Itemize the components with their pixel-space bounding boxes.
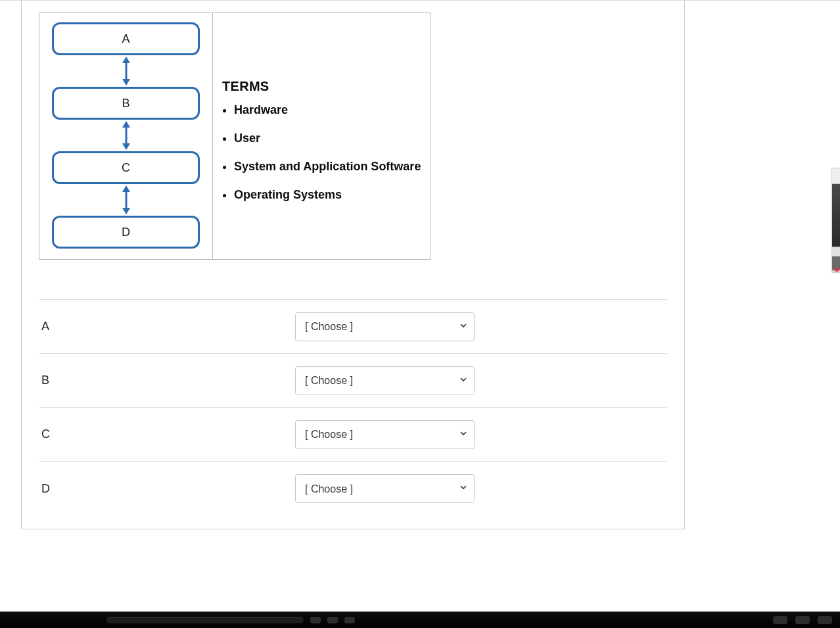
taskbar-icon[interactable] xyxy=(310,617,321,623)
svg-marker-2 xyxy=(122,79,130,85)
double-arrow-icon xyxy=(119,55,133,87)
taskbar-badge[interactable] xyxy=(795,616,810,624)
preview-slice xyxy=(832,168,840,183)
taskbar-icon[interactable] xyxy=(344,617,355,623)
svg-marker-8 xyxy=(122,208,130,214)
match-row: C [ Choose ] xyxy=(39,408,667,462)
svg-marker-4 xyxy=(122,121,130,128)
match-select-b[interactable]: [ Choose ] xyxy=(295,366,475,395)
match-label-d: D xyxy=(39,482,295,496)
right-edge-preview xyxy=(831,168,840,273)
match-row: B [ Choose ] xyxy=(39,354,667,408)
terms-heading: TERMS xyxy=(222,79,423,94)
match-label-b: B xyxy=(39,374,295,387)
question-body: A B xyxy=(22,1,684,516)
taskbar-badge[interactable] xyxy=(818,616,832,624)
preview-slice xyxy=(832,183,840,247)
quiz-page: A B xyxy=(0,0,840,628)
match-select-wrap: [ Choose ] xyxy=(295,312,475,341)
double-arrow-icon xyxy=(119,120,133,151)
taskbar xyxy=(0,612,840,628)
terms-list: Hardware User System and Application Sof… xyxy=(222,103,423,202)
svg-marker-1 xyxy=(122,57,130,63)
taskbar-center xyxy=(106,617,355,623)
match-region: A [ Choose ] B [ Choose ] xyxy=(39,299,667,516)
diagram-box-d: D xyxy=(52,216,200,249)
taskbar-right xyxy=(773,616,832,624)
figure-table: A B xyxy=(39,12,431,260)
terms-item: User xyxy=(234,132,423,145)
terms-item: Operating Systems xyxy=(234,188,423,202)
match-select-d[interactable]: [ Choose ] xyxy=(295,474,475,503)
taskbar-badge[interactable] xyxy=(773,616,787,624)
diagram-box-label: A xyxy=(122,32,129,46)
match-select-wrap: [ Choose ] xyxy=(295,366,475,395)
diagram-box-b: B xyxy=(52,87,200,120)
match-select-wrap: [ Choose ] xyxy=(295,420,475,449)
svg-marker-7 xyxy=(122,185,130,192)
taskbar-icon[interactable] xyxy=(327,617,338,623)
diagram-box-label: D xyxy=(122,226,130,239)
preview-dot xyxy=(835,268,839,272)
svg-marker-5 xyxy=(122,143,130,150)
terms-column: TERMS Hardware User System and Applicati… xyxy=(213,13,430,259)
diagram-column: A B xyxy=(39,13,213,259)
preview-slice xyxy=(832,247,840,256)
match-label-c: C xyxy=(39,427,295,441)
match-label-a: A xyxy=(39,320,295,333)
taskbar-search-pill[interactable] xyxy=(106,617,304,623)
diagram-box-a: A xyxy=(52,22,200,55)
match-select-c[interactable]: [ Choose ] xyxy=(295,420,475,449)
match-row: A [ Choose ] xyxy=(39,300,667,354)
match-select-a[interactable]: [ Choose ] xyxy=(295,312,475,341)
diagram-box-label: C xyxy=(122,161,130,175)
question-card: A B xyxy=(21,1,685,529)
match-row: D [ Choose ] xyxy=(39,462,667,516)
terms-item: Hardware xyxy=(234,103,423,117)
diagram-box-label: B xyxy=(122,97,129,110)
double-arrow-icon xyxy=(119,184,133,216)
diagram-box-c: C xyxy=(52,151,200,184)
terms-item: System and Application Software xyxy=(234,160,423,174)
match-select-wrap: [ Choose ] xyxy=(295,474,475,503)
